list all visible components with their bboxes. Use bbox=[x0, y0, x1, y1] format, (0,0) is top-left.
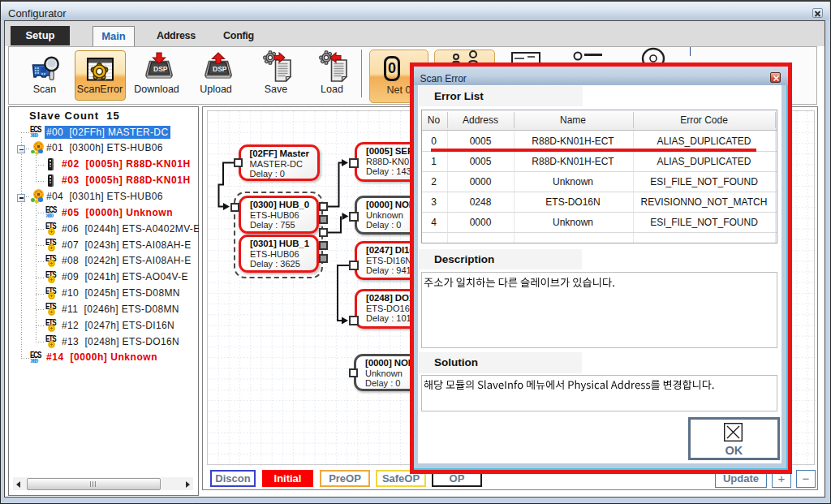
svg-text:DSP: DSP bbox=[213, 65, 227, 73]
svg-text:DSP: DSP bbox=[153, 65, 168, 73]
